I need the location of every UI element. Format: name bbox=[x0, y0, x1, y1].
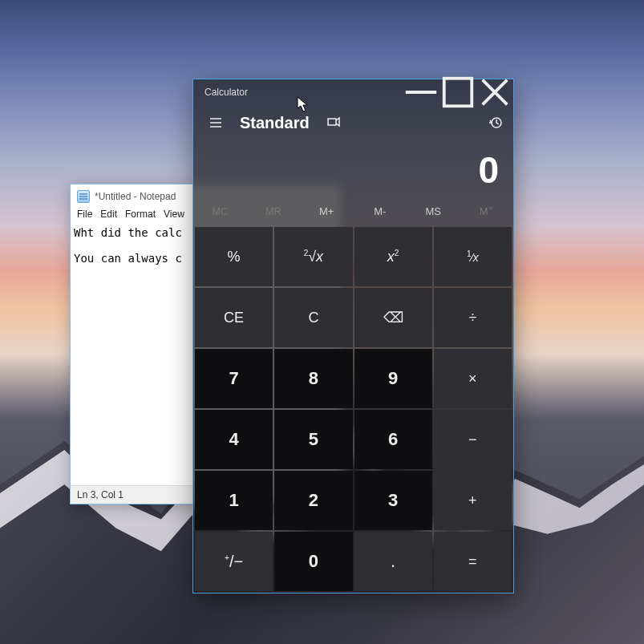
minimize-button[interactable] bbox=[403, 79, 439, 105]
key-3[interactable]: 3 bbox=[354, 471, 432, 530]
keypad: % 2√x x2 1⁄x CE C ⌫ ÷ 7 8 9 × 4 5 6 − 1 … bbox=[193, 225, 513, 593]
history-button[interactable] bbox=[484, 111, 507, 134]
keep-on-top-button[interactable] bbox=[322, 111, 345, 134]
menu-format[interactable]: Format bbox=[125, 209, 156, 225]
key-ce[interactable]: CE bbox=[195, 288, 273, 347]
key-equals[interactable]: = bbox=[434, 532, 512, 591]
close-button[interactable] bbox=[476, 79, 513, 105]
key-backspace[interactable]: ⌫ bbox=[354, 288, 432, 347]
svg-rect-1 bbox=[444, 79, 472, 107]
key-6[interactable]: 6 bbox=[354, 410, 432, 469]
key-subtract[interactable]: − bbox=[434, 410, 512, 469]
mem-store[interactable]: MS bbox=[407, 205, 460, 217]
key-multiply[interactable]: × bbox=[434, 349, 512, 408]
calc-title: Calculator bbox=[193, 87, 403, 98]
key-0[interactable]: 0 bbox=[274, 532, 352, 591]
key-7[interactable]: 7 bbox=[195, 349, 273, 408]
menu-button[interactable] bbox=[205, 111, 227, 134]
mem-list[interactable]: M˅ bbox=[460, 205, 514, 217]
hamburger-icon bbox=[209, 115, 223, 130]
key-8[interactable]: 8 bbox=[274, 349, 352, 408]
svg-rect-7 bbox=[328, 119, 336, 125]
key-1[interactable]: 1 bbox=[195, 471, 273, 530]
key-2[interactable]: 2 bbox=[274, 471, 352, 530]
mem-minus[interactable]: M- bbox=[354, 205, 407, 217]
calc-mode-label: Standard bbox=[240, 114, 310, 132]
key-divide[interactable]: ÷ bbox=[434, 288, 512, 347]
notepad-icon bbox=[77, 190, 90, 203]
calculator-window[interactable]: Calculator Standard 0 MC MR M+ M- MS M˅ bbox=[192, 79, 514, 593]
key-5[interactable]: 5 bbox=[274, 410, 352, 469]
mem-plus[interactable]: M+ bbox=[300, 205, 354, 217]
key-add[interactable]: + bbox=[434, 471, 512, 530]
pin-icon bbox=[326, 115, 341, 130]
maximize-button[interactable] bbox=[439, 79, 476, 105]
key-4[interactable]: 4 bbox=[195, 410, 273, 469]
key-sqrt[interactable]: 2√x bbox=[274, 227, 352, 286]
mem-recall[interactable]: MR bbox=[247, 205, 301, 217]
menu-file[interactable]: File bbox=[77, 209, 92, 225]
key-reciprocal[interactable]: 1⁄x bbox=[434, 227, 512, 286]
calc-mode-row: Standard bbox=[193, 105, 513, 140]
key-percent[interactable]: % bbox=[195, 227, 273, 286]
notepad-title: *Untitled - Notepad bbox=[95, 191, 176, 202]
key-negate[interactable]: +/− bbox=[195, 532, 273, 591]
menu-edit[interactable]: Edit bbox=[100, 209, 117, 225]
key-square[interactable]: x2 bbox=[354, 227, 432, 286]
calc-display: 0 bbox=[193, 140, 513, 196]
history-icon bbox=[488, 115, 503, 130]
menu-view[interactable]: View bbox=[164, 209, 184, 225]
calc-titlebar[interactable]: Calculator bbox=[193, 79, 513, 105]
cursor-position: Ln 3, Col 1 bbox=[77, 489, 124, 500]
key-c[interactable]: C bbox=[274, 288, 352, 347]
memory-row: MC MR M+ M- MS M˅ bbox=[193, 196, 513, 225]
mem-clear[interactable]: MC bbox=[193, 205, 247, 217]
key-9[interactable]: 9 bbox=[354, 349, 432, 408]
key-decimal[interactable]: . bbox=[354, 532, 432, 591]
